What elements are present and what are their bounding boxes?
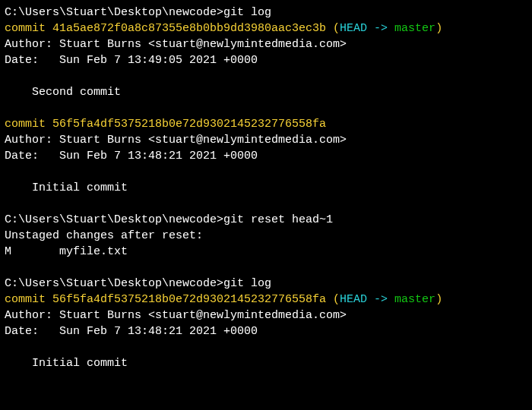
ref-branch: master	[394, 293, 435, 306]
commit-hash: 41a5ae872f0a8c87355e8b0bb9dd3980aac3ec3b	[52, 22, 326, 35]
date-line: Date: Sun Feb 7 13:48:21 2021 +0000	[5, 150, 258, 162]
terminal-output: C:\Users\Stuart\Desktop\newcode>git log …	[5, 5, 527, 371]
prompt: C:\Users\Stuart\Desktop\newcode>	[5, 6, 223, 19]
command-text: git log	[223, 277, 271, 290]
commit-message: Initial commit	[5, 181, 128, 194]
ref-head: HEAD ->	[340, 22, 394, 35]
date-line: Date: Sun Feb 7 13:48:21 2021 +0000	[5, 325, 258, 338]
prompt: C:\Users\Stuart\Desktop\newcode>	[5, 277, 223, 290]
commit-message: Second commit	[5, 86, 121, 99]
ref-close: )	[435, 22, 442, 35]
command-text: git reset head~1	[223, 213, 333, 226]
commit-label: commit	[5, 293, 52, 306]
ref-open: (	[326, 22, 340, 35]
ref-branch: master	[394, 22, 435, 35]
output-line: M myfile.txt	[5, 245, 128, 258]
date-line: Date: Sun Feb 7 13:49:05 2021 +0000	[5, 54, 258, 67]
ref-close: )	[435, 293, 442, 306]
author-line: Author: Stuart Burns <stuart@newlyminted…	[5, 309, 347, 322]
output-line: Unstaged changes after reset:	[5, 229, 203, 242]
ref-head: HEAD ->	[340, 293, 394, 306]
author-line: Author: Stuart Burns <stuart@newlyminted…	[5, 38, 347, 51]
command-text: git log	[223, 6, 271, 19]
prompt: C:\Users\Stuart\Desktop\newcode>	[5, 213, 223, 226]
commit-label: commit	[5, 118, 52, 131]
author-line: Author: Stuart Burns <stuart@newlyminted…	[5, 134, 347, 147]
commit-message: Initial commit	[5, 357, 128, 370]
commit-hash: 56f5fa4df5375218b0e72d9302145232776558fa	[52, 293, 326, 306]
ref-open: (	[326, 293, 340, 306]
commit-hash: 56f5fa4df5375218b0e72d9302145232776558fa	[52, 118, 326, 131]
commit-label: commit	[5, 22, 52, 35]
